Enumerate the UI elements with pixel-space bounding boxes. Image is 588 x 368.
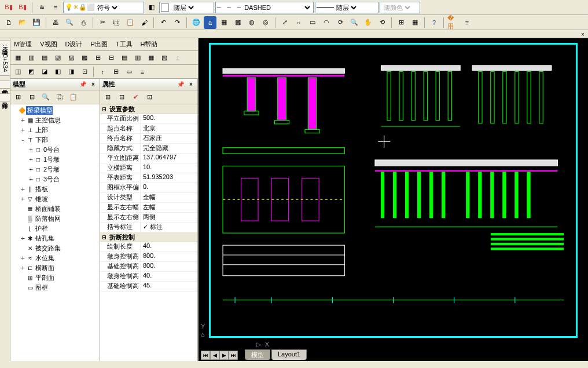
pt1-f[interactable]: ▩ — [78, 52, 91, 64]
menu-design[interactable]: D设计 — [65, 40, 83, 49]
side-tab-files[interactable]: 我的文件夹 — [0, 81, 10, 89]
prop-row[interactable]: 图框水平偏0. — [100, 183, 197, 193]
close-icon[interactable]: × — [579, 30, 587, 38]
preview-icon[interactable]: 🔍 — [63, 16, 76, 29]
tree-t2[interactable]: ⊟ — [25, 91, 38, 104]
prop-row[interactable]: 设计类型全幅 — [100, 193, 197, 203]
tree-node[interactable]: +▦主控信息 — [12, 115, 98, 125]
pt2-b[interactable]: ◩ — [25, 65, 38, 78]
pt2-j[interactable]: ≡ — [136, 65, 149, 78]
prop-row[interactable]: 终点名称石家庄 — [100, 134, 197, 144]
tree-node[interactable]: ⌊护栏 — [12, 224, 98, 234]
tree-node[interactable]: ▒防落物网 — [12, 214, 98, 224]
redo-icon[interactable]: ↷ — [171, 16, 183, 29]
pt2-c[interactable]: ◪ — [38, 65, 51, 78]
prop-t1[interactable]: ⊞ — [101, 91, 114, 104]
paste-icon[interactable]: 📋 — [124, 16, 137, 29]
zoom-icon[interactable]: 🔍 — [348, 16, 361, 29]
pt1-e[interactable]: ▨ — [65, 52, 78, 64]
tree-node[interactable]: ⊞平剖面 — [12, 273, 98, 283]
print-icon[interactable]: 🖶 — [49, 16, 62, 29]
tool-c-icon[interactable]: ◍ — [245, 16, 258, 29]
dim-b-icon[interactable]: ↔ — [292, 16, 305, 29]
linetype-combo[interactable]: — — — DASHED — [215, 2, 314, 13]
menu-manage[interactable]: M管理 — [14, 40, 32, 49]
first-tab-icon[interactable]: ⏮ — [201, 351, 210, 360]
orbit-icon[interactable]: ⟲ — [376, 16, 388, 29]
tree-node[interactable]: +⊥上部 — [12, 125, 98, 135]
color-combo[interactable]: 随颜色 — [380, 2, 420, 13]
tree-node[interactable]: +□0号台 — [12, 145, 98, 155]
prop-group-header[interactable]: ⊟折断控制 — [100, 232, 197, 242]
new-icon[interactable]: 🗋 — [2, 16, 15, 29]
prop-row[interactable]: 基础控制高800. — [100, 262, 197, 272]
lineweight-combo[interactable]: 随层 — [315, 2, 378, 13]
pt2-a[interactable]: ◫ — [12, 65, 24, 78]
tool-d-icon[interactable]: ◎ — [259, 16, 272, 29]
pt2-f[interactable]: ⊡ — [78, 65, 91, 78]
next-tab-icon[interactable]: ▶ — [219, 351, 229, 360]
prop-row[interactable]: 绘制长度40. — [100, 242, 197, 252]
prop-row[interactable]: 隐藏方式完全隐藏 — [100, 144, 197, 154]
close-tree-icon[interactable]: × — [89, 81, 97, 89]
prev-tab-icon[interactable]: ◀ — [210, 351, 219, 360]
plot-icon[interactable]: ⎙ — [77, 16, 90, 29]
pt1-g[interactable]: ⊞ — [91, 52, 104, 64]
side-tab-wizard[interactable]: 操作向导 — [0, 93, 10, 101]
pt1-d[interactable]: ▧ — [52, 52, 64, 64]
undo-icon[interactable]: ↶ — [157, 16, 170, 29]
app-icon-2[interactable]: B▮ — [16, 1, 29, 14]
pt1-a[interactable]: ▦ — [12, 52, 24, 64]
exit-icon[interactable]: �用 — [447, 16, 460, 29]
prop-group-header[interactable]: ⊟设置参数 — [100, 104, 197, 114]
pan-icon[interactable]: ✋ — [362, 16, 374, 29]
tree-node[interactable]: +⊏横断面 — [12, 263, 98, 273]
prop-t2[interactable]: ⊟ — [115, 91, 128, 104]
pin-icon-2[interactable]: 📌 — [177, 81, 185, 89]
globe-icon[interactable]: 🌐 — [190, 16, 203, 29]
tree-node[interactable]: 🔶桥梁模型 — [12, 105, 98, 115]
prop-row[interactable]: 显示左右幅左幅 — [100, 203, 197, 213]
prop-row[interactable]: 显示左右侧两侧 — [100, 213, 197, 223]
prop-row[interactable]: 墩身控制高800. — [100, 252, 197, 262]
layers-icon[interactable]: ≋ — [35, 1, 48, 14]
tree-node[interactable]: +□2号墩 — [12, 165, 98, 174]
tree-node[interactable]: ▭图框 — [12, 283, 98, 293]
last-tab-icon[interactable]: ⏭ — [229, 351, 238, 360]
save-icon[interactable]: 💾 — [30, 16, 43, 29]
pt1-b[interactable]: ▥ — [25, 52, 38, 64]
tree-node[interactable]: +✱钻孔集 — [12, 234, 98, 243]
prop-check-icon[interactable]: ✔ — [129, 91, 142, 104]
menu-tools[interactable]: T工具 — [116, 40, 133, 49]
symbol-combo[interactable]: 💡☀🔒⬜ 符号 — [63, 2, 144, 13]
dim-c-icon[interactable]: ▭ — [306, 16, 319, 29]
pt1-l[interactable]: ▧ — [158, 52, 171, 64]
pt1-h[interactable]: ⊟ — [105, 52, 117, 64]
copy-icon[interactable]: ⿻ — [110, 16, 123, 29]
pt2-g[interactable]: ↕ — [96, 65, 109, 78]
dim-a-icon[interactable]: ⤢ — [278, 16, 291, 29]
tree-t5[interactable]: 📋 — [67, 91, 80, 104]
tree-t3[interactable]: 🔍 — [39, 91, 52, 104]
app-icon-1[interactable]: B▮ — [2, 1, 15, 14]
tool-a-icon[interactable]: ▦ — [218, 16, 230, 29]
menu-view[interactable]: V视图 — [40, 40, 57, 49]
pt2-h[interactable]: ⊞ — [109, 65, 122, 78]
pin-icon[interactable]: 📌 — [79, 81, 87, 89]
dim-e-icon[interactable]: ⟳ — [334, 16, 347, 29]
pt1-k[interactable]: ▦ — [145, 52, 157, 64]
prop-row[interactable]: 起点名称北京 — [100, 124, 197, 134]
pt1-m[interactable]: ⟂ — [171, 52, 184, 64]
tab-layout1[interactable]: Layout1 — [271, 349, 307, 360]
dim-d-icon[interactable]: ◠ — [320, 16, 333, 29]
tree-node[interactable]: -⊤下部 — [12, 135, 98, 145]
tree-node[interactable]: +□1号墩 — [12, 155, 98, 165]
tree-t4[interactable]: ⿻ — [53, 91, 66, 104]
open-icon[interactable]: 📂 — [16, 16, 29, 29]
tree-node[interactable]: 〓桥面铺装 — [12, 204, 98, 214]
prop-row[interactable]: 平表距离51.935203 — [100, 173, 197, 183]
pt1-i[interactable]: ▤ — [118, 52, 131, 64]
cut-icon[interactable]: ✂ — [96, 16, 109, 29]
help-icon[interactable]: ? — [428, 16, 440, 29]
tree-node[interactable]: +||搭板 — [12, 184, 98, 194]
